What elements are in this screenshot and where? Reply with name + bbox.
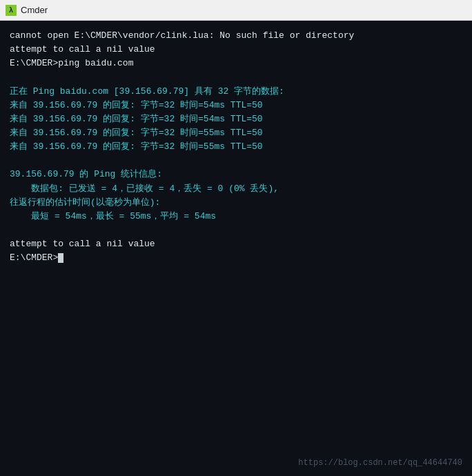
terminal-output: cannot open E:\CMDER\vendor/clink.lua: N… (10, 29, 462, 265)
terminal-line: 数据包: 已发送 = 4，已接收 = 4，丢失 = 0 (0% 丢失), (10, 182, 462, 196)
terminal-cursor (58, 253, 63, 263)
terminal-line: 最短 = 54ms，最长 = 55ms，平均 = 54ms (10, 210, 462, 224)
terminal-line: 来自 39.156.69.79 的回复: 字节=32 时间=55ms TTL=5… (10, 140, 462, 154)
terminal-line: attempt to call a nil value (10, 43, 462, 57)
app-icon: λ (6, 5, 17, 16)
terminal-line: 正在 Ping baidu.com [39.156.69.79] 具有 32 字… (10, 85, 462, 99)
terminal-line: E:\CMDER>ping baidu.com (10, 57, 462, 70)
title-bar-text: Cmder (21, 5, 48, 15)
terminal-line (10, 70, 462, 84)
terminal-line (10, 154, 462, 168)
terminal-line: E:\CMDER> (10, 251, 462, 265)
terminal-line: 往返行程的估计时间(以毫秒为单位): (10, 196, 462, 210)
watermark: https://blog.csdn.net/qq_44644740 (298, 458, 462, 468)
terminal-window[interactable]: cannot open E:\CMDER\vendor/clink.lua: N… (0, 21, 472, 476)
terminal-line: 来自 39.156.69.79 的回复: 字节=32 时间=55ms TTL=5… (10, 126, 462, 140)
terminal-line: 来自 39.156.69.79 的回复: 字节=32 时间=54ms TTL=5… (10, 112, 462, 126)
terminal-line: cannot open E:\CMDER\vendor/clink.lua: N… (10, 29, 462, 43)
title-bar: λ Cmder (0, 0, 472, 21)
terminal-line: 来自 39.156.69.79 的回复: 字节=32 时间=54ms TTL=5… (10, 99, 462, 112)
terminal-line (10, 224, 462, 237)
terminal-line: attempt to call a nil value (10, 237, 462, 251)
terminal-line: 39.156.69.79 的 Ping 统计信息: (10, 168, 462, 181)
